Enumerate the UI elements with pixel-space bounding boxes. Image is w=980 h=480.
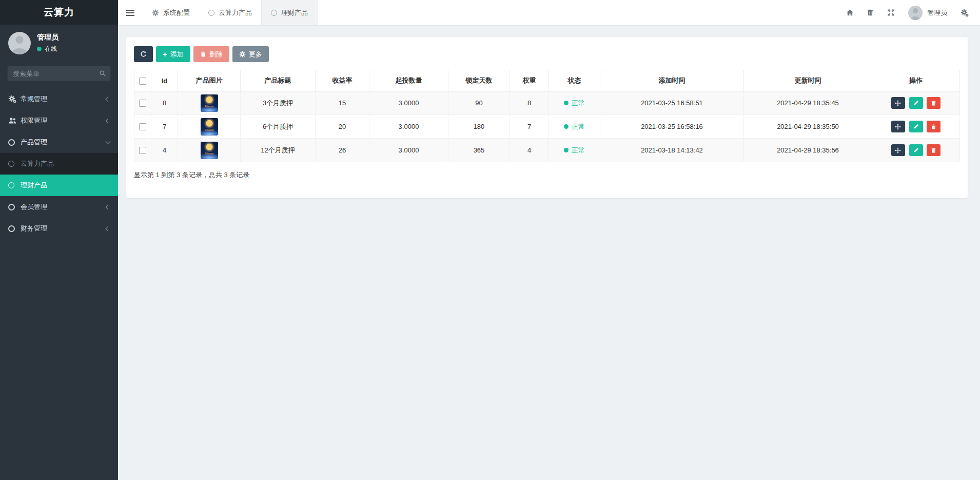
move-icon xyxy=(895,100,901,106)
sidebar-item-label: 常规管理 xyxy=(21,94,47,104)
add-button[interactable]: + 添加 xyxy=(156,46,190,62)
column-header-title: 产品标题 xyxy=(241,70,316,91)
sidebar-item-general[interactable]: 常规管理 xyxy=(0,88,118,110)
select-all-checkbox[interactable] xyxy=(139,78,146,85)
user-status: 在线 xyxy=(37,45,58,53)
chevron-left-icon xyxy=(106,118,111,123)
topbar: 系统配置 云算力产品 理财产品 管理员 xyxy=(118,0,980,26)
home-button[interactable] xyxy=(839,0,860,26)
cell-lock-days: 365 xyxy=(448,139,510,162)
cell-rate: 15 xyxy=(316,91,369,115)
cell-actions xyxy=(872,115,960,139)
cell-title: 6个月质押 xyxy=(241,115,316,139)
brand-title: 云算力 xyxy=(0,0,118,25)
status-label: 正常 xyxy=(572,122,585,131)
trash-icon xyxy=(867,9,874,16)
cell-image: Filecoin xyxy=(178,91,241,115)
cell-updated: 2021-04-29 18:35:56 xyxy=(744,139,872,162)
cell-lock-days: 180 xyxy=(448,115,510,139)
product-image-label: Filecoin xyxy=(202,152,217,155)
sidebar-item-members[interactable]: 会员管理 xyxy=(0,196,118,218)
sidebar-item-finance[interactable]: 财务管理 xyxy=(0,218,118,239)
product-image-label: Filecoin xyxy=(202,128,217,131)
cell-title: 12个月质押 xyxy=(241,139,316,162)
more-button[interactable]: 更多 xyxy=(232,46,269,62)
circle-icon xyxy=(208,10,214,16)
sidebar-item-label: 产品管理 xyxy=(21,138,47,147)
product-image[interactable]: Filecoin xyxy=(201,118,218,136)
menu-search-input[interactable] xyxy=(7,66,111,81)
product-image[interactable]: Filecoin xyxy=(201,94,218,112)
delete-row-button[interactable] xyxy=(927,121,940,132)
status-dot-icon xyxy=(564,124,569,129)
cell-status: 正常 xyxy=(549,139,600,162)
clear-cache-button[interactable] xyxy=(860,0,880,26)
row-checkbox[interactable] xyxy=(139,147,146,154)
sidebar-item-products[interactable]: 产品管理 xyxy=(0,131,118,153)
trash-icon xyxy=(200,51,206,57)
cell-image: Filecoin xyxy=(178,115,241,139)
sidebar-item-financial-products[interactable]: 理财产品 xyxy=(0,175,118,196)
cell-min-invest: 3.0000 xyxy=(369,139,448,162)
plus-icon: + xyxy=(163,50,167,58)
delete-button-label: 删除 xyxy=(209,50,223,59)
more-button-label: 更多 xyxy=(249,50,262,59)
cell-rate: 26 xyxy=(316,139,369,162)
user-meta: 管理员 在线 xyxy=(37,33,58,53)
pencil-icon xyxy=(913,124,919,129)
sidebar-item-permissions[interactable]: 权限管理 xyxy=(0,110,118,131)
table-row: 8 Filecoin 3个月质押 15 3.0000 90 8 正常 2021-… xyxy=(134,91,960,115)
settings-button[interactable] xyxy=(954,0,975,26)
drag-sort-button[interactable] xyxy=(891,144,905,156)
trash-icon xyxy=(931,124,936,130)
chevron-left-icon xyxy=(106,226,111,231)
drag-sort-button[interactable] xyxy=(891,97,905,109)
delete-row-button[interactable] xyxy=(927,144,940,156)
topbar-user-menu[interactable]: 管理员 xyxy=(901,6,954,20)
sidebar-toggle-button[interactable] xyxy=(118,0,143,25)
tab-financial-products[interactable]: 理财产品 xyxy=(261,0,318,25)
sidebar-item-cloud-products[interactable]: 云算力产品 xyxy=(0,153,118,175)
cell-created: 2021-03-25 16:58:51 xyxy=(600,91,744,115)
table-body: 8 Filecoin 3个月质押 15 3.0000 90 8 正常 2021-… xyxy=(134,91,960,162)
tab-system-config[interactable]: 系统配置 xyxy=(143,0,199,25)
page: { "app": { "brand": "云算力" }, "sidebar": … xyxy=(0,0,980,480)
edit-button[interactable] xyxy=(909,121,923,132)
status-badge: 正常 xyxy=(564,146,585,155)
cell-actions xyxy=(872,139,960,162)
refresh-button[interactable] xyxy=(134,46,153,62)
edit-button[interactable] xyxy=(909,144,923,156)
delete-row-button[interactable] xyxy=(927,97,940,109)
product-image[interactable]: Filecoin xyxy=(201,142,218,159)
gear-icon xyxy=(152,9,159,16)
cell-updated: 2021-04-29 18:35:50 xyxy=(744,115,872,139)
drag-sort-button[interactable] xyxy=(891,121,905,132)
column-header-rate: 收益率 xyxy=(316,70,369,91)
status-dot-icon xyxy=(564,101,569,105)
column-header-weight: 权重 xyxy=(510,70,549,91)
cell-min-invest: 3.0000 xyxy=(369,115,448,139)
expand-icon xyxy=(887,9,895,16)
cell-title: 3个月质押 xyxy=(241,91,316,115)
row-checkbox[interactable] xyxy=(139,100,146,107)
cell-rate: 20 xyxy=(316,115,369,139)
cell-lock-days: 90 xyxy=(448,91,510,115)
tab-cloud-products[interactable]: 云算力产品 xyxy=(199,0,261,25)
search-icon xyxy=(99,70,106,77)
home-icon xyxy=(846,9,854,16)
product-image-label: Filecoin xyxy=(202,105,217,107)
cell-status: 正常 xyxy=(549,91,600,115)
gear-icon xyxy=(239,51,246,57)
column-header-image: 产品图片 xyxy=(178,70,241,91)
delete-button[interactable]: 删除 xyxy=(193,46,229,62)
edit-button[interactable] xyxy=(909,97,923,109)
record-count: 显示第 1 到第 3 条记录，总共 3 条记录 xyxy=(134,170,960,180)
fullscreen-button[interactable] xyxy=(880,0,901,26)
cell-created: 2021-03-25 16:58:16 xyxy=(600,115,744,139)
row-checkbox[interactable] xyxy=(139,123,146,130)
column-header-updated: 更新时间 xyxy=(744,70,872,91)
cell-weight: 8 xyxy=(510,91,549,115)
sidebar-item-label: 财务管理 xyxy=(21,224,47,233)
products-table: Id 产品图片 产品标题 收益率 起投数量 锁定天数 权重 状态 添加时间 更新… xyxy=(134,70,960,162)
menu-search xyxy=(7,66,111,81)
